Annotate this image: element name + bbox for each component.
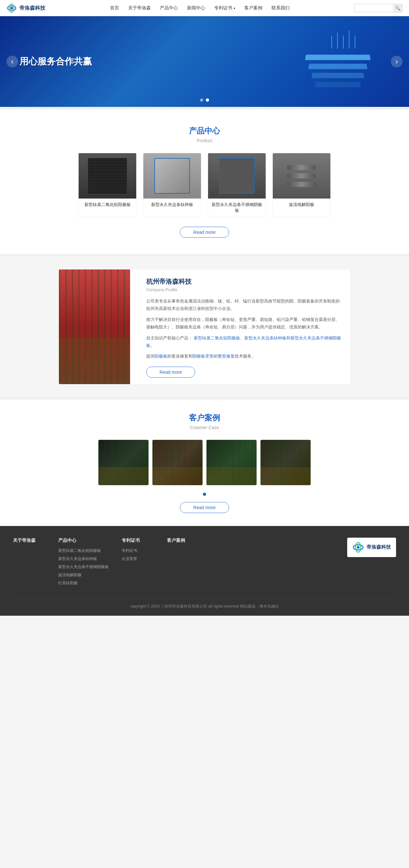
nav-about[interactable]: 关于帝洛森 <box>128 5 151 11</box>
footer-product-item-2[interactable]: 新型永久夹边条钛种板 <box>58 556 109 562</box>
company-title-en: Company Profile <box>146 287 344 292</box>
company-link-1[interactable]: 新型钛基二氧化铅阳极板 <box>194 336 240 340</box>
company-text: 杭州帝洛森科技 Company Profile 公司系专业从事有色金属湿法治炼铜… <box>140 270 350 384</box>
company-desc-4: 提供阳极板的复涂修复和阴极板变形的整形修复技术服务。 <box>146 352 344 360</box>
footer-about-title: 关于帝洛森 <box>13 538 45 544</box>
footer-product-item-3[interactable]: 新型永久夹边条不锈钢阴极板 <box>58 564 109 570</box>
plate-shape-3 <box>219 158 254 194</box>
cases-read-more-button[interactable]: Read more <box>180 502 229 513</box>
cylinder-1 <box>287 165 316 170</box>
company-desc-3: 自主知识产权核心产品： 新型钛基二氧化铅阳极板、新型永久夹边条钛种板和新型永久夹… <box>146 334 344 349</box>
company-desc-2: 致力于解决目前行业使用存在，阳极板（寿命短、变形严重、易短路、铅污染严重、铅铜复… <box>146 316 344 331</box>
nav: 首页 关于帝洛森 产品中心 新闻中心 专利证书 ▾ 客户案例 联系我们 <box>45 5 354 11</box>
case-image-2 <box>152 440 203 485</box>
products-section: 产品中心 Product 新型钛基二氧化铅阳极板 新型永久夹边条钛种板 新型永久… <box>0 110 409 254</box>
nav-patents[interactable]: 专利证书 ▾ <box>214 5 235 11</box>
footer-product-item-1[interactable]: 新型钛基二氧化铅阳极板 <box>58 548 109 554</box>
footer-patent-item-2[interactable]: 企业荣誉 <box>122 556 154 562</box>
footer-copyright: copyright © 2019 丨杭州帝洛森科技有限公司 all rights… <box>130 604 279 609</box>
product-card-3[interactable]: 新型永久夹边条不锈钢阴极板 <box>208 153 266 217</box>
banner-prev-button[interactable]: ‹ <box>6 56 18 67</box>
footer-logo-box: 帝洛森科技 <box>347 538 396 557</box>
cases-section: 客户案例 Cutomer Case Read more <box>0 400 409 526</box>
svg-point-3 <box>10 7 13 9</box>
case-image-4 <box>261 440 311 485</box>
products-title-cn: 产品中心 <box>13 126 396 136</box>
nav-home[interactable]: 首页 <box>110 5 119 11</box>
product-image-1 <box>79 153 136 198</box>
case-image-3 <box>206 440 257 485</box>
product-name-3: 新型永久夹边条不锈钢阴极板 <box>208 198 266 217</box>
product-name-2: 新型永久夹边条钛种板 <box>143 198 201 211</box>
product-name-1: 新型钛基二氧化铅阳极板 <box>79 198 136 211</box>
cases-title-en: Cutomer Case <box>13 425 396 430</box>
cylinder-2 <box>287 173 316 179</box>
divider-3 <box>0 397 409 400</box>
search-box: 🔍 <box>354 4 403 12</box>
cylinder-3 <box>287 182 316 187</box>
case-card-2[interactable] <box>152 440 203 485</box>
company-section: 杭州帝洛森科技 Company Profile 公司系专业从事有色金属湿法治炼铜… <box>0 256 409 397</box>
footer: 关于帝洛森 产品中心 新型钛基二氧化铅阳极板 新型永久夹边条钛种板 新型永久夹边… <box>0 526 409 616</box>
cases-grid <box>13 440 396 485</box>
footer-cases-col: 客户案例 <box>167 538 199 548</box>
product-card-2[interactable]: 新型永久夹边条钛种板 <box>143 153 201 217</box>
footer-bottom: copyright © 2019 丨杭州帝洛森科技有限公司 all rights… <box>13 598 396 609</box>
banner-dot-1[interactable] <box>200 98 203 102</box>
header: 帝洛森科技 首页 关于帝洛森 产品中心 新闻中心 专利证书 ▾ 客户案例 联系我… <box>0 0 409 16</box>
company-cathode-link[interactable]: 阴极板变形 <box>193 354 213 359</box>
cases-dots <box>13 492 396 497</box>
company-read-more-button[interactable]: Read more <box>146 367 195 378</box>
company-title-cn: 杭州帝洛森科技 <box>146 277 344 286</box>
product-card-4[interactable]: 旋流电解阳极 <box>272 153 331 217</box>
footer-patents-col: 专利证书 专利证书 企业荣誉 <box>122 538 154 564</box>
company-desc-1: 公司系专业从事有色金属湿法治炼铜、镍、铅、锌、锰行业新型高效节能型的阴、阳极装备… <box>146 297 344 313</box>
cases-title: 客户案例 <box>13 413 396 423</box>
banner-3d-graphic <box>302 32 373 91</box>
divider-2 <box>0 254 409 256</box>
plate-shape-2 <box>155 158 190 194</box>
logo-text: 帝洛森科技 <box>20 5 45 12</box>
product-image-4 <box>273 153 330 198</box>
logo[interactable]: 帝洛森科技 <box>6 3 45 13</box>
products-read-more-wrap: Read more <box>13 227 396 238</box>
product-image-3 <box>208 153 266 198</box>
company-repair-link[interactable]: 整形修复 <box>218 354 235 359</box>
nav-news[interactable]: 新闻中心 <box>187 5 205 11</box>
footer-product-item-5[interactable]: 钉系钛阳极 <box>58 580 109 586</box>
divider <box>0 107 409 110</box>
search-input[interactable] <box>354 4 393 12</box>
footer-logo-icon <box>352 541 364 553</box>
dropdown-arrow-icon: ▾ <box>234 6 235 10</box>
nav-cases[interactable]: 客户案例 <box>244 5 263 11</box>
footer-logo-text: 帝洛森科技 <box>367 544 391 550</box>
search-button[interactable]: 🔍 <box>393 4 402 12</box>
product-card-1[interactable]: 新型钛基二氧化铅阳极板 <box>78 153 137 217</box>
banner-dot-2[interactable] <box>206 98 209 102</box>
nav-contact[interactable]: 联系我们 <box>271 5 289 11</box>
banner-next-button[interactable]: › <box>391 56 403 67</box>
search-icon: 🔍 <box>395 6 401 11</box>
product-name-4: 旋流电解阳极 <box>273 198 330 211</box>
cases-read-more-wrap: Read more <box>13 502 396 513</box>
banner-dots <box>200 98 209 102</box>
case-card-1[interactable] <box>98 440 148 485</box>
footer-cases-title: 客户案例 <box>167 538 199 544</box>
banner-slogan: 用心服务合作共赢 <box>20 55 92 68</box>
svg-point-7 <box>357 546 360 549</box>
products-read-more-button[interactable]: Read more <box>180 227 229 238</box>
plate-shape-1 <box>88 158 127 194</box>
case-card-3[interactable] <box>206 440 257 485</box>
nav-products[interactable]: 产品中心 <box>160 5 178 11</box>
cases-title-cn: 客户案例 <box>13 413 396 423</box>
footer-patent-item-1[interactable]: 专利证书 <box>122 548 154 554</box>
cases-dot-1[interactable] <box>203 493 206 496</box>
footer-patents-title: 专利证书 <box>122 538 154 544</box>
footer-top: 关于帝洛森 产品中心 新型钛基二氧化铅阳极板 新型永久夹边条钛种板 新型永久夹边… <box>13 538 396 588</box>
company-anode-link[interactable]: 阳极板 <box>155 354 167 359</box>
product-image-2 <box>143 153 201 198</box>
footer-product-item-4[interactable]: 旋流电解阳极 <box>58 572 109 578</box>
case-card-4[interactable] <box>261 440 311 485</box>
company-image <box>59 270 130 384</box>
factory-overlay <box>59 270 130 384</box>
